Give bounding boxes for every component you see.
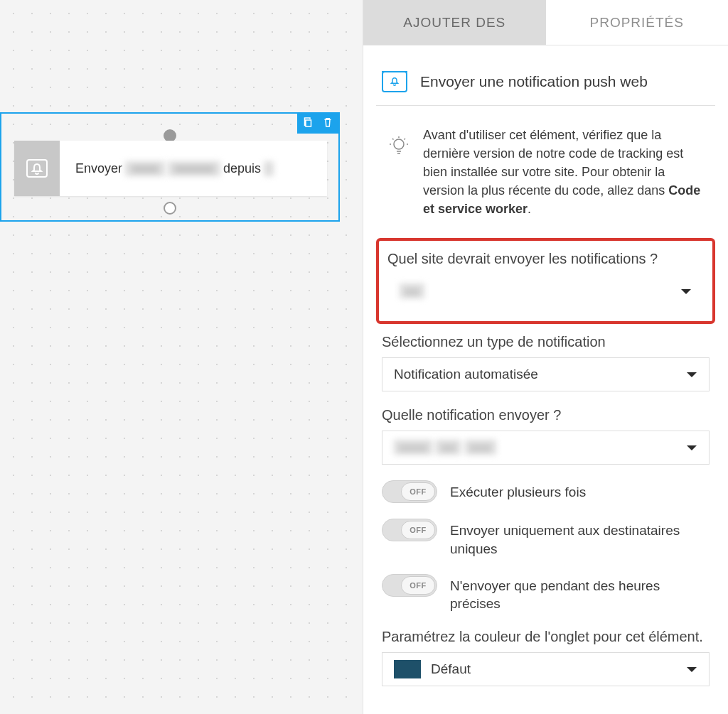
toggle-knob-label: OFF [401, 521, 435, 539]
field-which: Quelle notification envoyer ? xxxx xx xx… [370, 407, 721, 465]
color-select[interactable]: Défaut [382, 652, 710, 686]
delete-icon[interactable] [321, 116, 334, 131]
field-color: Paramétrez la couleur de l'onglet pour c… [370, 629, 721, 686]
redacted-text: xxxx [125, 161, 165, 176]
chevron-down-icon [686, 367, 697, 382]
color-value: Défaut [431, 661, 471, 677]
connector-out[interactable] [164, 202, 176, 215]
toggle-label: Envoyer uniquement aux destinataires uni… [450, 519, 710, 558]
chevron-down-icon [686, 661, 697, 677]
tab-properties[interactable]: PROPRIÉTÉS [546, 0, 729, 45]
section-header: Envoyer une notification push web [376, 71, 715, 106]
redacted-text: xxxx xx xxx [394, 440, 496, 455]
toggle-unique: OFF Envoyer uniquement aux destinataires… [370, 519, 721, 558]
redacted-text: xxxxxx [168, 161, 220, 176]
inspector-panel: AJOUTER DES PROPRIÉTÉS Envoyer une notif… [363, 0, 728, 714]
chevron-down-icon [686, 440, 697, 455]
toggle-switch[interactable]: OFF [382, 574, 437, 597]
type-value: Notification automatisée [394, 367, 538, 382]
node-title: Envoyer xxxx xxxxxx depuis [60, 161, 274, 176]
chevron-down-icon [680, 283, 692, 299]
lightbulb-icon [387, 126, 410, 218]
bell-frame-icon [14, 141, 60, 196]
tab-add[interactable]: AJOUTER DES [363, 0, 546, 45]
redacted-text [264, 161, 274, 176]
toggle-switch[interactable]: OFF [382, 519, 437, 541]
type-select[interactable]: Notification automatisée [382, 357, 710, 391]
duplicate-icon[interactable] [301, 116, 314, 131]
color-swatch [394, 660, 421, 678]
selected-node[interactable]: Envoyer xxxx xxxxxx depuis [0, 112, 340, 222]
which-label: Quelle notification envoyer ? [382, 407, 710, 423]
toggle-label: N'envoyer que pendant des heures précise… [450, 574, 710, 613]
toggle-label: Exécuter plusieurs fois [450, 480, 586, 502]
toggle-knob-label: OFF [401, 576, 435, 595]
node-text-suffix: depuis [223, 161, 261, 176]
color-label: Paramétrez la couleur de l'onglet pour c… [382, 629, 710, 645]
site-label: Quel site devrait envoyer les notificati… [387, 251, 704, 267]
tip-text: Avant d'utiliser cet élément, vérifiez q… [423, 126, 704, 218]
node-card[interactable]: Envoyer xxxx xxxxxx depuis [14, 141, 327, 196]
toggle-switch[interactable]: OFF [382, 480, 437, 503]
type-label: Sélectionnez un type de notification [382, 334, 710, 350]
panel-tabs: AJOUTER DES PROPRIÉTÉS [363, 0, 728, 45]
info-tip: Avant d'utiliser cet élément, vérifiez q… [370, 106, 721, 238]
redacted-text: xx [400, 283, 424, 299]
node-toolbar [297, 114, 338, 134]
node-text-prefix: Envoyer [75, 161, 122, 176]
toggle-multiple: OFF Exécuter plusieurs fois [370, 480, 721, 503]
field-type: Sélectionnez un type de notification Not… [370, 334, 721, 391]
workflow-canvas[interactable]: Envoyer xxxx xxxxxx depuis [0, 0, 363, 714]
field-site: Quel site devrait envoyer les notificati… [376, 238, 715, 324]
section-title: Envoyer une notification push web [420, 73, 648, 90]
svg-point-1 [394, 139, 404, 149]
which-select[interactable]: xxxx xx xxx [382, 431, 710, 465]
toggle-knob-label: OFF [401, 482, 435, 501]
bell-frame-icon [382, 71, 407, 92]
site-select[interactable]: xx [387, 274, 704, 308]
toggle-hours: OFF N'envoyer que pendant des heures pré… [370, 574, 721, 613]
